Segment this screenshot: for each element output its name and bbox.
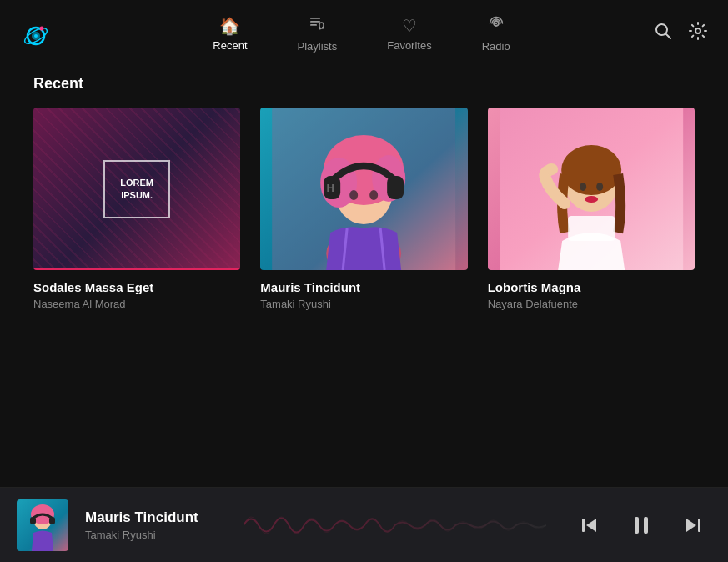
prev-button[interactable]: [571, 507, 608, 544]
main-content: Recent LOREMIPSUM. Sodales Massa Eget Na…: [0, 67, 728, 487]
svg-rect-40: [49, 517, 55, 524]
prev-icon: [578, 514, 601, 537]
svg-point-4: [40, 27, 44, 31]
svg-rect-7: [310, 24, 317, 26]
cards-row: LOREMIPSUM. Sodales Massa Eget Naseema A…: [33, 108, 695, 310]
player-waveform: [244, 504, 546, 546]
card-2[interactable]: H Mauris Tincidunt Tamaki Ryushi: [260, 108, 467, 310]
player-thumbnail: [17, 499, 68, 551]
nav-recent-label: Recent: [213, 39, 247, 52]
svg-rect-5: [310, 18, 320, 19]
home-icon: 🏠: [219, 16, 240, 36]
card-1[interactable]: LOREMIPSUM. Sodales Massa Eget Naseema A…: [33, 108, 240, 310]
playlist-icon: [308, 14, 326, 37]
svg-rect-42: [635, 517, 639, 534]
card-2-subtitle: Tamaki Ryushi: [260, 298, 467, 310]
heart-icon: ♡: [402, 16, 417, 36]
nav-playlists-label: Playlists: [298, 40, 338, 53]
settings-icon: [688, 21, 708, 41]
svg-point-34: [585, 196, 598, 203]
progress-bar: [33, 268, 240, 270]
logo: [20, 18, 70, 49]
nav-radio-label: Radio: [482, 40, 510, 53]
radio-icon: [487, 14, 505, 37]
svg-line-14: [666, 34, 671, 39]
top-nav: 🏠 Recent Playlists ♡ Favorites: [0, 0, 728, 67]
nav-recent[interactable]: 🏠 Recent: [213, 16, 247, 52]
play-pause-button[interactable]: [623, 507, 660, 544]
svg-point-31: [545, 163, 558, 175]
search-button[interactable]: [653, 21, 673, 46]
card-2-thumb: H: [260, 108, 467, 270]
svg-rect-44: [698, 519, 700, 532]
svg-point-9: [319, 28, 321, 30]
svg-point-15: [695, 28, 700, 33]
card-3-subtitle: Nayara Delafuente: [488, 298, 695, 310]
nav-radio[interactable]: Radio: [482, 14, 510, 53]
nav-favorites-label: Favorites: [387, 39, 431, 52]
svg-point-27: [369, 190, 378, 200]
svg-text:H: H: [327, 182, 334, 194]
svg-point-30: [561, 145, 621, 195]
svg-point-2: [34, 34, 38, 38]
card-3-title: Lobortis Magna: [488, 280, 695, 294]
nav-right: [653, 21, 708, 46]
card-3-thumb: [488, 108, 695, 270]
svg-rect-6: [310, 21, 320, 23]
player-info: Mauris Tincidunt Tamaki Ryushi: [85, 509, 218, 541]
svg-rect-39: [30, 517, 36, 524]
card-2-art: H: [260, 108, 467, 270]
next-icon: [681, 514, 705, 537]
card-3-art: [488, 108, 695, 270]
settings-button[interactable]: [688, 21, 708, 46]
card-2-title: Mauris Tincidunt: [260, 280, 467, 294]
section-title: Recent: [33, 75, 695, 93]
logo-icon: [20, 18, 52, 49]
card-1-subtitle: Naseema Al Morad: [33, 298, 240, 310]
player-bar: Mauris Tincidunt Tamaki Ryushi: [0, 487, 728, 562]
player-artist: Tamaki Ryushi: [85, 529, 218, 541]
nav-playlists[interactable]: Playlists: [298, 14, 338, 53]
svg-point-26: [349, 190, 358, 200]
waveform-svg: [244, 504, 546, 546]
card-1-title: Sodales Massa Eget: [33, 280, 240, 294]
nav-items: 🏠 Recent Playlists ♡ Favorites: [70, 14, 653, 53]
player-thumb-art: [17, 499, 68, 551]
svg-point-10: [322, 27, 324, 29]
svg-rect-41: [582, 519, 585, 532]
svg-rect-43: [644, 517, 648, 534]
svg-point-32: [580, 183, 586, 191]
next-button[interactable]: [675, 507, 711, 544]
player-controls: [571, 507, 711, 544]
thumb-1-text: LOREMIPSUM.: [103, 160, 170, 218]
player-title: Mauris Tincidunt: [85, 509, 218, 526]
card-1-thumb: LOREMIPSUM.: [33, 108, 240, 270]
svg-point-12: [495, 23, 496, 24]
card-3[interactable]: Lobortis Magna Nayara Delafuente: [488, 108, 695, 310]
svg-rect-24: [387, 176, 404, 199]
svg-point-33: [596, 183, 603, 191]
nav-favorites[interactable]: ♡ Favorites: [387, 16, 431, 52]
pause-icon: [629, 513, 654, 538]
search-icon: [653, 21, 673, 41]
svg-rect-35: [568, 216, 615, 241]
